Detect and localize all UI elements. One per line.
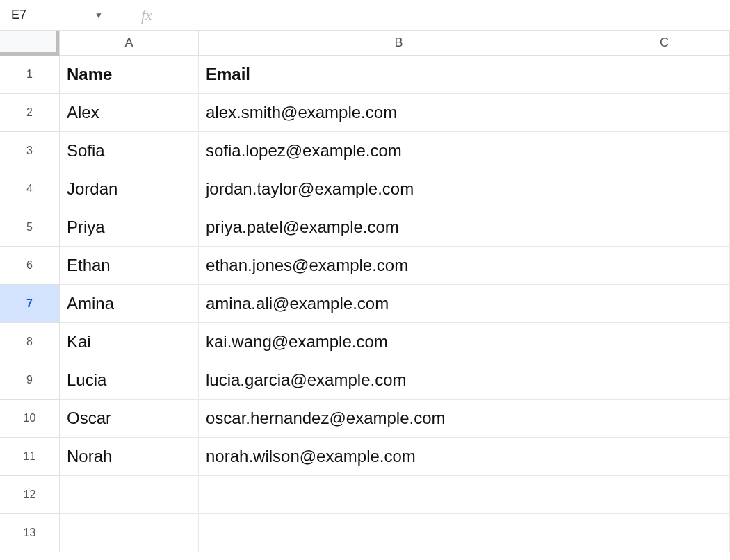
cell[interactable]: Email [199, 56, 599, 94]
cell[interactable] [599, 400, 730, 438]
name-box-value: E7 [7, 8, 26, 22]
row-header[interactable]: 1 [0, 56, 60, 94]
cell[interactable]: norah.wilson@example.com [199, 438, 599, 476]
cell[interactable]: Alex [60, 94, 199, 132]
cell[interactable]: lucia.garcia@example.com [199, 361, 599, 400]
cell[interactable]: jordan.taylor@example.com [199, 170, 599, 208]
cell[interactable]: amina.ali@example.com [199, 285, 599, 323]
row-header[interactable]: 9 [0, 361, 60, 400]
cell[interactable]: priya.patel@example.com [199, 208, 599, 247]
cell[interactable] [599, 323, 730, 361]
cell[interactable] [599, 438, 730, 476]
cell[interactable]: ethan.jones@example.com [199, 247, 599, 285]
formula-input[interactable] [163, 6, 723, 25]
cell[interactable] [199, 514, 599, 552]
cell[interactable] [599, 476, 730, 514]
cell[interactable]: kai.wang@example.com [199, 323, 599, 361]
cell[interactable] [599, 285, 730, 323]
row-header[interactable]: 5 [0, 208, 60, 247]
cell[interactable] [599, 208, 730, 247]
fx-icon[interactable]: fx [137, 6, 156, 24]
cell[interactable]: oscar.hernandez@example.com [199, 400, 599, 438]
divider [127, 7, 127, 24]
cell[interactable] [599, 132, 730, 170]
cell[interactable] [60, 514, 199, 552]
cell[interactable] [199, 476, 599, 514]
row-header[interactable]: 7 [0, 285, 60, 323]
cell[interactable]: Lucia [60, 361, 199, 400]
name-box[interactable]: E7 ▼ [7, 5, 111, 26]
row-header[interactable]: 6 [0, 247, 60, 285]
row-header[interactable]: 8 [0, 323, 60, 361]
spreadsheet-grid[interactable]: A B C 1NameEmail2Alexalex.smith@example.… [0, 31, 730, 552]
cell[interactable]: Jordan [60, 170, 199, 208]
cell[interactable] [60, 476, 199, 514]
cell[interactable] [599, 94, 730, 132]
row-header[interactable]: 12 [0, 476, 60, 514]
cell[interactable]: Amina [60, 285, 199, 323]
cell[interactable]: Sofia [60, 132, 199, 170]
cell[interactable] [599, 361, 730, 400]
cell[interactable]: Norah [60, 438, 199, 476]
cell[interactable]: Kai [60, 323, 199, 361]
cell[interactable] [599, 247, 730, 285]
cell[interactable]: Priya [60, 208, 199, 247]
cell[interactable]: sofia.lopez@example.com [199, 132, 599, 170]
cell[interactable] [599, 514, 730, 552]
cell[interactable] [599, 56, 730, 94]
column-header-c[interactable]: C [599, 31, 730, 56]
formula-bar-row: E7 ▼ fx [0, 0, 730, 31]
row-header[interactable]: 4 [0, 170, 60, 208]
cell[interactable]: alex.smith@example.com [199, 94, 599, 132]
cell[interactable]: Ethan [60, 247, 199, 285]
row-header[interactable]: 3 [0, 132, 60, 170]
column-header-a[interactable]: A [60, 31, 199, 56]
row-header[interactable]: 11 [0, 438, 60, 476]
row-header[interactable]: 10 [0, 400, 60, 438]
column-header-b[interactable]: B [199, 31, 599, 56]
cell[interactable]: Oscar [60, 400, 199, 438]
chevron-down-icon[interactable]: ▼ [92, 8, 106, 23]
row-header[interactable]: 13 [0, 514, 60, 552]
row-header[interactable]: 2 [0, 94, 60, 132]
select-all-corner[interactable] [0, 31, 60, 56]
cell[interactable] [599, 170, 730, 208]
cell[interactable]: Name [60, 56, 199, 94]
